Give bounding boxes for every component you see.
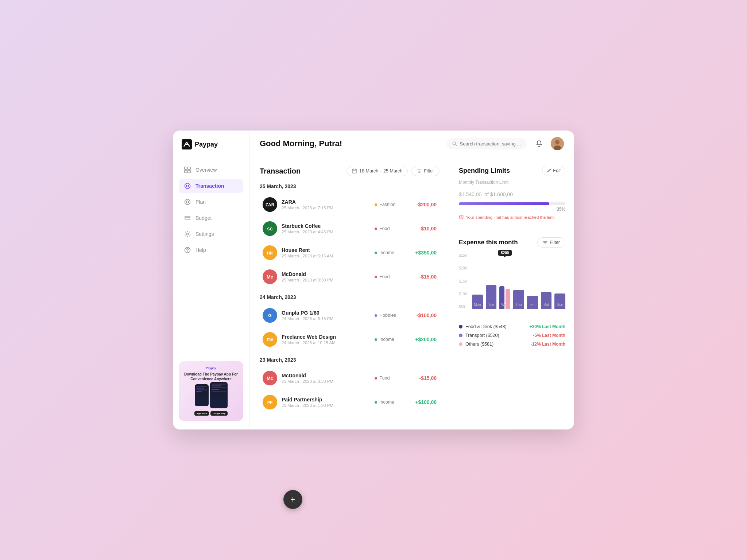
svg-point-14	[555, 140, 560, 144]
legend-change: +20% Last Month	[530, 324, 565, 329]
tx-info: ZARA 25 March , 2023 at 7:15 PM	[282, 199, 375, 210]
tx-amount: +$100,00	[407, 399, 437, 405]
tx-avatar: SC	[263, 221, 277, 236]
chart-column: Tue	[486, 253, 497, 309]
user-avatar[interactable]	[551, 137, 564, 150]
edit-label: Edit	[553, 168, 561, 173]
avatar-image	[551, 137, 564, 150]
spending-percent-label: 85%	[459, 207, 565, 212]
tx-info: Freelance Web Design 24 March , 2023 at …	[282, 334, 375, 345]
warning-icon	[459, 215, 464, 219]
legend-dot	[459, 334, 462, 337]
tx-amount: -$10,00	[407, 226, 437, 232]
tx-name: Starbuck Coffee	[282, 223, 375, 229]
header-actions	[533, 137, 564, 150]
tx-avatar: G	[263, 308, 277, 323]
transaction-row[interactable]: SC Starbuck Coffee 25 March , 2023 at 4:…	[260, 217, 440, 240]
main-content: Good Morning, Putra!	[249, 131, 574, 429]
transaction-group: 24 March, 2023 G Gunpla PG 1/60 24 March…	[260, 294, 440, 351]
transaction-row[interactable]: Mc McDonald 25 March , 2023 at 3:30 PM F…	[260, 265, 440, 288]
chart-x-label: Mon	[472, 303, 483, 307]
expense-filter-button[interactable]: Filter	[537, 237, 565, 248]
body-content: Transaction 18 March – 25 March	[249, 157, 574, 429]
tx-category-dot	[375, 314, 377, 317]
legend-dot	[459, 342, 462, 346]
bell-icon	[535, 140, 543, 147]
svg-point-12	[453, 142, 456, 145]
tx-info: McDonald 25 March , 2023 at 3:30 PM	[282, 271, 375, 282]
tx-amount: +$350,00	[407, 250, 437, 256]
legend-label: Others ($581)	[465, 342, 531, 347]
spending-title: Spending Limits	[459, 167, 510, 175]
tx-info: House Rent 25 March , 2023 at 5:15 AM	[282, 247, 375, 258]
chart-area: $250$200$150$100$50 Mon Tue $200 Wed	[459, 253, 565, 319]
svg-point-6	[185, 199, 190, 205]
transaction-row[interactable]: PP Paid Partnership 23 March , 2023 at 1…	[260, 390, 440, 414]
transaction-nav-icon	[184, 182, 191, 190]
filter-icon	[417, 169, 422, 174]
tx-avatar: Mc	[263, 371, 277, 385]
tx-category: Fashion	[375, 202, 407, 207]
chart-x-label: Thu	[513, 303, 524, 307]
add-transaction-button[interactable]: +	[283, 490, 302, 509]
sidebar-item-settings[interactable]: Settings	[179, 227, 243, 241]
search-input[interactable]	[460, 141, 521, 147]
search-bar[interactable]	[446, 138, 527, 149]
chart-column: Fri	[527, 253, 538, 309]
tx-category-label: Income	[379, 250, 394, 255]
svg-rect-3	[185, 170, 187, 173]
spending-header: Spending Limits Edit	[459, 166, 565, 175]
sidebar-item-transaction[interactable]: Transaction	[179, 179, 243, 193]
spending-progress-fill	[459, 202, 549, 205]
tx-name: Gunpla PG 1/60	[282, 310, 375, 316]
sidebar-logo: Paypay	[179, 139, 243, 149]
svg-point-7	[186, 201, 189, 203]
date-range-button[interactable]: 18 March – 25 March	[347, 166, 408, 176]
svg-text:ZAR: ZAR	[266, 202, 275, 207]
filter-button[interactable]: Filter	[411, 166, 440, 176]
transaction-row[interactable]: G Gunpla PG 1/60 24 March , 2023 at 5:15…	[260, 304, 440, 327]
filter-label: Filter	[424, 168, 434, 174]
svg-rect-1	[185, 167, 187, 170]
tx-category-dot	[375, 203, 377, 206]
nav-label-transaction: Transaction	[196, 183, 224, 189]
transaction-row[interactable]: FW Freelance Web Design 24 March , 2023 …	[260, 328, 440, 351]
transaction-row[interactable]: HR House Rent 25 March , 2023 at 5:15 AM…	[260, 241, 440, 264]
tx-name: ZARA	[282, 199, 375, 205]
playstore-badge[interactable]: Google Play	[210, 411, 228, 416]
tx-name: McDonald	[282, 373, 375, 378]
budget-nav-icon	[184, 214, 191, 222]
tx-category: Income	[375, 337, 407, 342]
bar-group	[472, 295, 483, 309]
expense-card: Expense this month Filter $250$200$150$1…	[459, 230, 565, 347]
edit-button[interactable]: Edit	[542, 166, 565, 175]
sidebar-item-plan[interactable]: Plan	[179, 195, 243, 209]
tx-name: Paid Partnership	[282, 397, 375, 402]
plan-nav-icon	[184, 198, 191, 206]
sidebar-item-overview[interactable]: Overview	[179, 163, 243, 177]
warning-text: Your spending limit has almost reached t…	[466, 215, 556, 219]
tx-date: 23 March , 2023 at 3:30 PM	[282, 379, 375, 384]
tx-category-label: Food	[379, 226, 390, 231]
tx-category-label: Food	[379, 376, 390, 381]
tx-category-dot	[375, 377, 377, 380]
sidebar-item-help[interactable]: Help	[179, 243, 243, 257]
notification-button[interactable]	[533, 137, 546, 150]
spending-limits-card: Spending Limits Edit Monthly Transaction…	[459, 166, 565, 219]
promo-logo: Paypay	[184, 366, 238, 370]
tx-amount: -$15,00	[407, 375, 437, 381]
sidebar-item-budget[interactable]: Budget	[179, 211, 243, 225]
legend-label: Food & Drink ($548)	[465, 324, 530, 329]
tx-category-dot	[375, 228, 377, 230]
appstore-badge[interactable]: App Store	[194, 411, 209, 416]
transaction-row[interactable]: Mc McDonald 23 March , 2023 at 3:30 PM F…	[260, 366, 440, 390]
svg-text:SC: SC	[267, 227, 272, 231]
sidebar: Paypay Overview Transaction Plan Budget …	[173, 131, 249, 429]
sidebar-navigation: Overview Transaction Plan Budget Setting…	[179, 163, 243, 355]
chart-x-label: Sat	[541, 303, 552, 307]
transaction-row[interactable]: ZAR ZARA 25 March , 2023 at 7:15 PM Fash…	[260, 193, 440, 216]
svg-text:FW: FW	[267, 338, 273, 342]
spending-max: of $1.600,00	[484, 191, 513, 197]
tx-amount: -$200,00	[407, 202, 437, 207]
tx-category: Income	[375, 400, 407, 405]
